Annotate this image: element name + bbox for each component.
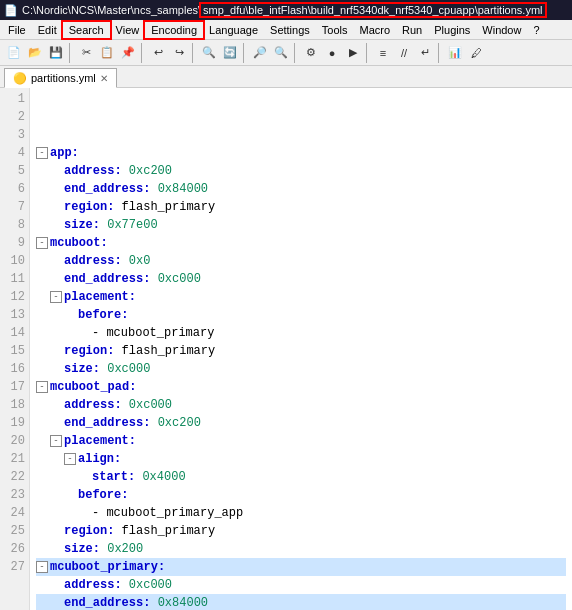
code-line-26: end_address: 0x84000 xyxy=(36,594,566,610)
code-line-1: -app: xyxy=(36,144,566,162)
code-text-1: app: xyxy=(50,144,79,162)
toolbar-replace[interactable]: 🔄 xyxy=(220,43,240,63)
toolbar-indent[interactable]: ≡ xyxy=(373,43,393,63)
toolbar-copy[interactable]: 📋 xyxy=(97,43,117,63)
code-text-2: address: 0xc200 xyxy=(64,162,172,180)
toolbar-save[interactable]: 💾 xyxy=(46,43,66,63)
line-number-20: 20 xyxy=(4,432,25,450)
fold-icon-24[interactable]: - xyxy=(36,561,48,573)
code-line-10: before: xyxy=(36,306,566,324)
code-text-21: - mcuboot_primary_app xyxy=(92,504,243,522)
code-text-18: align: xyxy=(78,450,121,468)
code-line-11: - mcuboot_primary xyxy=(36,324,566,342)
code-val-23: 0x200 xyxy=(107,542,143,556)
code-content[interactable]: -app:address: 0xc200end_address: 0x84000… xyxy=(30,88,572,610)
toolbar-settings[interactable]: ⚙ xyxy=(301,43,321,63)
code-key-5: size: xyxy=(64,218,107,232)
code-line-20: before: xyxy=(36,486,566,504)
title-highlighted-path: smp_dfu\ble_intFlash\build_nrf5340dk_nrf… xyxy=(201,4,544,16)
fold-icon-18[interactable]: - xyxy=(64,453,76,465)
toolbar-sep-6 xyxy=(366,43,370,63)
menu-help[interactable]: ? xyxy=(527,22,545,38)
fold-icon-9[interactable]: - xyxy=(50,291,62,303)
line-number-22: 22 xyxy=(4,468,25,486)
tab-close-icon[interactable]: ✕ xyxy=(100,73,108,84)
code-text-22: region: flash_primary xyxy=(64,522,215,540)
menu-file[interactable]: File xyxy=(2,22,32,38)
code-text-13: size: 0xc000 xyxy=(64,360,150,378)
code-line-3: end_address: 0x84000 xyxy=(36,180,566,198)
toolbar-extra1[interactable]: 📊 xyxy=(445,43,465,63)
code-line-17: -placement: xyxy=(36,432,566,450)
toolbar-sep-1 xyxy=(69,43,73,63)
code-text-16: end_address: 0xc200 xyxy=(64,414,201,432)
menu-search[interactable]: Search xyxy=(63,22,110,38)
toolbar-new[interactable]: 📄 xyxy=(4,43,24,63)
code-line-24: -mcuboot_primary: xyxy=(36,558,566,576)
menu-window[interactable]: Window xyxy=(476,22,527,38)
code-line-7: address: 0x0 xyxy=(36,252,566,270)
toolbar-comment[interactable]: // xyxy=(394,43,414,63)
menu-tools[interactable]: Tools xyxy=(316,22,354,38)
line-number-5: 5 xyxy=(4,162,25,180)
menu-settings[interactable]: Settings xyxy=(264,22,316,38)
code-line-2: address: 0xc200 xyxy=(36,162,566,180)
tab-partitions-yml[interactable]: 🟡 partitions.yml ✕ xyxy=(4,68,117,88)
code-text-4: region: flash_primary xyxy=(64,198,215,216)
line-number-23: 23 xyxy=(4,486,25,504)
line-number-2: 2 xyxy=(4,108,25,126)
code-line-8: end_address: 0xc000 xyxy=(36,270,566,288)
code-key-3: end_address: xyxy=(64,182,158,196)
menu-edit[interactable]: Edit xyxy=(32,22,63,38)
line-number-19: 19 xyxy=(4,414,25,432)
code-line-22: region: flash_primary xyxy=(36,522,566,540)
code-key-19: start: xyxy=(92,470,142,484)
line-number-21: 21 xyxy=(4,450,25,468)
line-numbers: 1234567891011121314151617181920212223242… xyxy=(0,88,30,610)
fold-icon-17[interactable]: - xyxy=(50,435,62,447)
fold-icon-6[interactable]: - xyxy=(36,237,48,249)
menu-macro[interactable]: Macro xyxy=(353,22,396,38)
toolbar-paste[interactable]: 📌 xyxy=(118,43,138,63)
code-val-2: 0xc200 xyxy=(129,164,172,178)
toolbar-extra2[interactable]: 🖊 xyxy=(466,43,486,63)
code-line-19: start: 0x4000 xyxy=(36,468,566,486)
tab-label: partitions.yml xyxy=(31,72,96,84)
menu-encoding[interactable]: Encoding xyxy=(145,22,203,38)
menu-view[interactable]: View xyxy=(110,22,146,38)
code-val-26: 0x84000 xyxy=(158,596,208,610)
toolbar-undo[interactable]: ↩ xyxy=(148,43,168,63)
code-text-12: region: flash_primary xyxy=(64,342,215,360)
toolbar-cut[interactable]: ✂ xyxy=(76,43,96,63)
code-text-17: placement: xyxy=(64,432,136,450)
code-text-11: - mcuboot_primary xyxy=(92,324,214,342)
code-key-16: end_address: xyxy=(64,416,158,430)
toolbar-find[interactable]: 🔍 xyxy=(199,43,219,63)
code-line-21: - mcuboot_primary_app xyxy=(36,504,566,522)
menu-run[interactable]: Run xyxy=(396,22,428,38)
toolbar-zoom-in[interactable]: 🔎 xyxy=(250,43,270,63)
line-number-24: 24 xyxy=(4,504,25,522)
toolbar-open[interactable]: 📂 xyxy=(25,43,45,63)
fold-icon-1[interactable]: - xyxy=(36,147,48,159)
code-key-22: region: xyxy=(64,524,122,538)
toolbar-run[interactable]: ▶ xyxy=(343,43,363,63)
toolbar-zoom-out[interactable]: 🔍 xyxy=(271,43,291,63)
code-key-4: region: xyxy=(64,200,122,214)
code-key-23: size: xyxy=(64,542,107,556)
menu-plugins[interactable]: Plugins xyxy=(428,22,476,38)
code-line-23: size: 0x200 xyxy=(36,540,566,558)
menu-language[interactable]: Language xyxy=(203,22,264,38)
code-val-12: flash_primary xyxy=(122,344,216,358)
toolbar-sep-4 xyxy=(243,43,247,63)
toolbar-macro[interactable]: ● xyxy=(322,43,342,63)
fold-icon-14[interactable]: - xyxy=(36,381,48,393)
toolbar-wrap[interactable]: ↵ xyxy=(415,43,435,63)
code-key-13: size: xyxy=(64,362,107,376)
line-number-14: 14 xyxy=(4,324,25,342)
toolbar-redo[interactable]: ↪ xyxy=(169,43,189,63)
code-text-9: placement: xyxy=(64,288,136,306)
line-number-12: 12 xyxy=(4,288,25,306)
code-text-10: before: xyxy=(78,306,128,324)
code-line-25: address: 0xc000 xyxy=(36,576,566,594)
